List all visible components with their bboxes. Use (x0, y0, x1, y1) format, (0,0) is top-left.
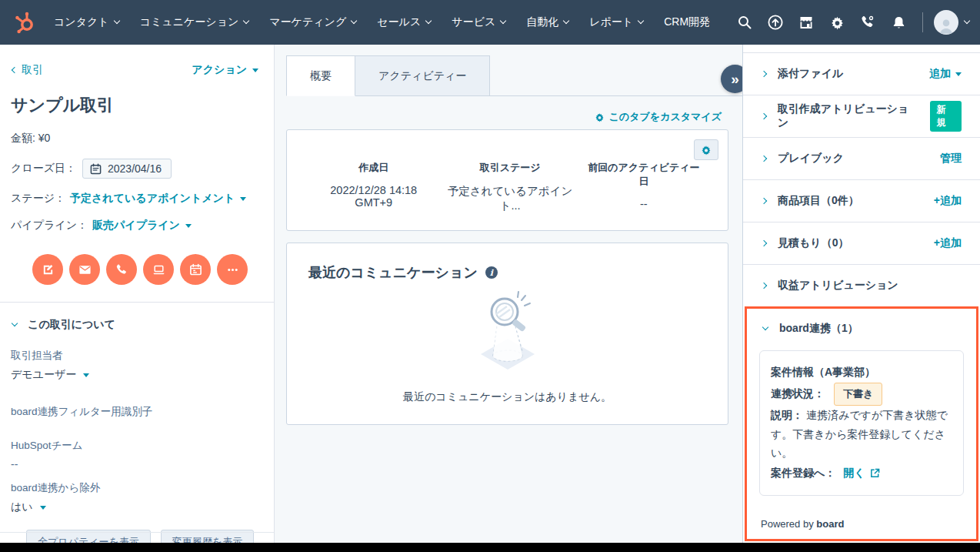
deal-title: サンプル取引 (0, 77, 274, 117)
nav-crm-dev-label: CRM開発 (664, 15, 710, 29)
nav-marketing[interactable]: マーケティング (269, 15, 356, 29)
amount-value: 金額: ¥0 (11, 132, 50, 146)
back-link-label: 取引 (22, 63, 43, 77)
close-date-row: クローズ日： 2023/04/16 (0, 146, 274, 179)
open-case-link[interactable]: 開く (843, 463, 879, 483)
nav-contacts[interactable]: コンタクト (54, 15, 119, 29)
actions-label: アクション (192, 63, 247, 77)
tab-label: 概要 (310, 69, 332, 83)
tab-overview[interactable]: 概要 (286, 55, 355, 96)
property-label: 取引担当者 (11, 349, 262, 363)
tab-activity[interactable]: アクティビティー (355, 55, 490, 96)
case-heading: 案件情報（A事業部） (771, 362, 952, 383)
section-title: 商品項目（0件） (778, 194, 859, 208)
nav-crm-dev[interactable]: CRM開発 (664, 15, 710, 29)
amount-row: 金額: ¥0 (0, 117, 274, 146)
section-playbooks[interactable]: プレイブック 管理 (743, 137, 980, 179)
section-quotes[interactable]: 見積もり（0） +追加 (743, 222, 980, 264)
section-line-items[interactable]: 商品項目（0件） +追加 (743, 179, 980, 222)
board-section-toggle[interactable]: board連携（1） (747, 309, 976, 349)
more-button[interactable] (217, 254, 248, 285)
section-deal-attribution[interactable]: 取引作成アトリビューション 新規 (743, 95, 980, 137)
powered-by-text: Powered by (761, 518, 814, 530)
notifications-bell-icon[interactable] (885, 9, 912, 35)
deal-summary-card: 作成日 2022/12/28 14:18 GMT+9 取引ステージ 予定されてい… (286, 129, 728, 231)
customize-tab-link[interactable]: このタブをカスタマイズ (595, 110, 722, 124)
pipeline-row: パイプライン： 販売パイプライン (0, 206, 274, 233)
nav-service[interactable]: サービス (452, 15, 505, 29)
search-icon[interactable] (732, 9, 758, 35)
summary-last-activity: 前回のアクティビティー日 -- (583, 161, 705, 213)
nav-sales[interactable]: セールス (377, 15, 431, 29)
call-button[interactable] (106, 254, 137, 285)
section-title: 見積もり（0） (778, 236, 848, 250)
account-menu[interactable] (934, 10, 969, 35)
marketplace-icon[interactable] (793, 9, 819, 35)
property-label: HubSpotチーム (11, 439, 262, 453)
section-title: 収益アトリビューション (778, 279, 898, 293)
upload-icon[interactable] (762, 9, 788, 35)
nav-marketing-label: マーケティング (269, 15, 346, 29)
calendar-icon (90, 163, 102, 175)
summary-label: 前回のアクティビティー日 (583, 161, 705, 189)
section-action-label: 管理 (940, 152, 962, 166)
nav-communications[interactable]: コミュニケーション (140, 15, 249, 29)
nav-automation-label: 自動化 (526, 15, 558, 29)
back-to-deals-link[interactable]: 取引 (12, 63, 43, 77)
add-attachment-dropdown[interactable]: 追加 (929, 67, 962, 81)
note-button[interactable] (32, 254, 63, 285)
chevron-down-icon (638, 18, 644, 24)
summary-value: -- (583, 198, 705, 210)
case-status-row: 連携状況： 下書き (771, 383, 952, 406)
gear-icon (595, 112, 605, 122)
nav-communications-label: コミュニケーション (140, 15, 239, 29)
board-integration-section-highlighted: board連携（1） 案件情報（A事業部） 連携状況： 下書き 説明： 連携済み… (745, 306, 978, 541)
chevron-right-icon (761, 113, 767, 119)
settings-gear-icon[interactable] (824, 9, 850, 35)
section-revenue-attribution[interactable]: 収益アトリビューション (743, 264, 980, 306)
stage-row: ステージ： 予定されているアポイントメント (0, 179, 274, 206)
case-register-row: 案件登録へ： 開く (771, 463, 952, 483)
task-button[interactable] (143, 254, 174, 285)
about-deal-section-toggle[interactable]: この取引について (0, 303, 274, 332)
powered-by-board: Powered by board (761, 518, 844, 530)
right-sidebar: 添付ファイル 追加 取引作成アトリビューション 新規 プレイブック 管理 商品項… (742, 45, 980, 543)
manage-playbooks-link[interactable]: 管理 (940, 152, 962, 166)
property-board-filter-id: board連携フィルター用識別子 (0, 405, 274, 419)
section-attachments[interactable]: 添付ファイル 追加 (743, 52, 980, 95)
board-exclude-dropdown[interactable]: はい (11, 500, 46, 514)
email-button[interactable] (69, 254, 100, 285)
section-title: 取引作成アトリビューション (778, 102, 915, 130)
summary-settings-button[interactable] (694, 139, 718, 160)
divider (0, 532, 274, 533)
customize-tab-label: このタブをカスタマイズ (609, 110, 722, 124)
communications-title: 最近のコミュニケーション (308, 263, 478, 282)
add-quote-link[interactable]: +追加 (934, 236, 962, 250)
chevron-right-icon (761, 198, 767, 204)
about-deal-title: この取引について (28, 318, 115, 332)
close-date-value: 2023/04/16 (108, 162, 162, 175)
chevron-right-icon (761, 71, 767, 77)
external-link-icon (870, 468, 880, 478)
chevron-down-icon (563, 18, 569, 24)
info-icon[interactable]: i (485, 266, 498, 279)
nav-reports[interactable]: レポート (589, 15, 643, 29)
pipeline-label: パイプライン： (11, 219, 88, 233)
pipeline-dropdown[interactable]: 販売パイプライン (92, 219, 192, 233)
case-description: 説明： 連携済みですが下書き状態です。下書きから案件登録してください。 (771, 406, 952, 463)
actions-dropdown[interactable]: アクション (192, 63, 258, 77)
close-date-input[interactable]: 2023/04/16 (82, 159, 172, 179)
hubspot-logo-icon[interactable] (14, 11, 37, 34)
chevron-right-icon (761, 240, 767, 246)
nav-automation[interactable]: 自動化 (526, 15, 568, 29)
deal-owner-dropdown[interactable]: デモユーザー (11, 368, 89, 382)
chevron-down-icon (425, 18, 432, 24)
chevron-down-icon (762, 324, 768, 330)
bottom-black-bar (0, 543, 980, 552)
meeting-button[interactable] (180, 254, 211, 285)
nav-service-label: サービス (452, 15, 495, 29)
call-icon[interactable] (855, 9, 881, 35)
chevron-down-icon (351, 18, 357, 24)
add-line-item-link[interactable]: +追加 (934, 194, 962, 208)
stage-dropdown[interactable]: 予定されているアポイントメント (70, 192, 246, 206)
